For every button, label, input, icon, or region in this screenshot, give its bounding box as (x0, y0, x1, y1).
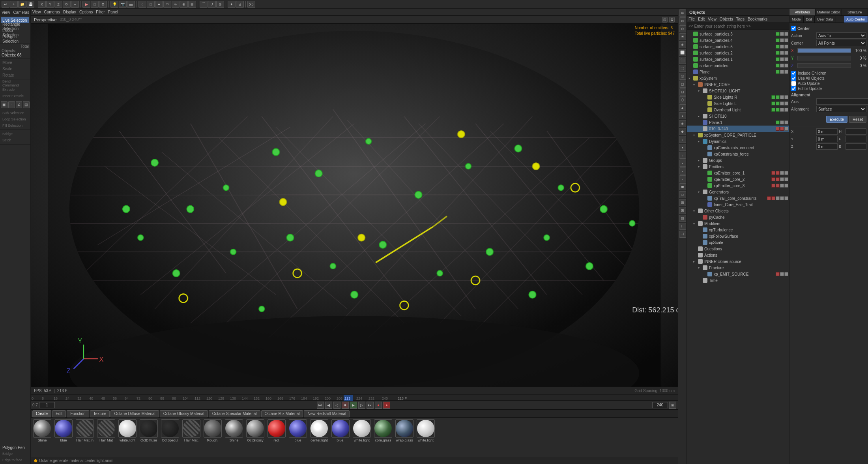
tree-right-icon-15-1[interactable] (780, 120, 784, 124)
tree-right-icon-11-3[interactable] (784, 95, 788, 99)
tab-material-editor[interactable]: Material Editor (816, 9, 842, 15)
vp-icon-11[interactable]: ⊟ (679, 88, 686, 96)
subtab-mode[interactable]: Mode (789, 16, 804, 23)
tree-right-icon-4-2[interactable] (784, 51, 788, 55)
checkbox-auto-update[interactable]: Auto Update (791, 81, 866, 86)
tree-arrow-8[interactable]: ▾ (688, 77, 692, 80)
tree-right-icon-23-0[interactable] (771, 171, 775, 175)
tree-item-37[interactable]: ▸INNER cloner source (687, 258, 789, 265)
tool-scale[interactable]: Scale (1, 66, 29, 72)
center-select[interactable]: All Points Bounding Box (816, 40, 866, 46)
tool-extrude2[interactable]: Extrude (1, 86, 29, 93)
tree-right-icon-7-0[interactable] (776, 70, 780, 74)
tree-right-icon-6-0[interactable] (776, 64, 780, 68)
axis-input[interactable] (816, 98, 868, 105)
obj-menu-file[interactable]: File (688, 17, 695, 21)
icon-model-mode[interactable]: ▣ (1, 101, 7, 108)
tree-right-icon-13-0[interactable] (771, 108, 775, 112)
vp-icon-10[interactable]: ◻ (679, 81, 686, 88)
tree-right-icon-24-1[interactable] (776, 177, 780, 181)
tree-item-8[interactable]: ▾xpSystem (687, 75, 789, 81)
checkbox-editor-update[interactable]: Editor Update (791, 86, 866, 91)
tree-right-icon-16-2[interactable] (784, 127, 788, 131)
tree-item-15[interactable]: Plane.1 (687, 119, 789, 126)
btn-emitter[interactable]: ✦ (228, 1, 236, 8)
btn-prev-frame[interactable]: ◀ (325, 402, 332, 409)
coord-x-input[interactable] (816, 128, 838, 135)
tree-item-7[interactable]: Plane (687, 69, 789, 75)
tree-item-36[interactable]: Actions (687, 252, 789, 258)
tool-fill-sel[interactable]: Fill Selection (1, 122, 29, 129)
btn-go-end[interactable]: ⏭ (367, 402, 374, 409)
tree-item-3[interactable]: surface_particles.5 (687, 43, 789, 50)
tool-inner-extrude[interactable]: Inner Extrude (1, 93, 29, 99)
tree-right-icon-11-0[interactable] (771, 95, 775, 99)
menu-view[interactable]: View (2, 10, 10, 15)
vp-icon-6[interactable]: ⬜ (679, 49, 686, 56)
tree-item-31[interactable]: ▾Modifiers (687, 220, 789, 227)
tree-right-icon-25-3[interactable] (784, 184, 788, 188)
coord-b-input[interactable] (846, 143, 867, 150)
tree-item-10[interactable]: ▾SHOT010_LIGHT (687, 88, 789, 94)
tree-right-icon-25-0[interactable] (771, 184, 775, 188)
toolbar-btn-open[interactable]: 📁 (18, 1, 26, 8)
tab-new-redshift[interactable]: New Redshift Material (304, 410, 350, 417)
btn-play[interactable]: ▶ (350, 402, 357, 409)
tree-right-icon-12-2[interactable] (780, 101, 784, 105)
btn-bend[interactable]: ⌒ (200, 1, 208, 8)
btn-record[interactable]: ● (375, 402, 382, 409)
vp-icon-13[interactable]: ▲ (679, 104, 686, 111)
x-slider[interactable] (797, 48, 851, 53)
tree-right-icon-1-2[interactable] (784, 32, 788, 36)
tree-item-40[interactable]: Time (687, 277, 789, 284)
btn-effector[interactable]: ⊗ (216, 1, 224, 8)
center-checkbox[interactable] (791, 26, 796, 31)
vp-icon-12[interactable]: ⬡ (679, 96, 686, 103)
btn-twist[interactable]: ↺ (208, 1, 216, 8)
tool-bend2[interactable]: Bend Command (1, 80, 29, 86)
vp-menu-view[interactable]: View (32, 10, 41, 14)
tree-right-icon-27-3[interactable] (780, 196, 784, 200)
vp-icon-27[interactable]: ⊡ (679, 215, 686, 222)
tool-polygon-selection[interactable]: Polygon Selection (1, 36, 29, 42)
vp-icon-21[interactable]: ⬪ (679, 167, 686, 175)
tree-right-icon-12-0[interactable] (771, 101, 775, 105)
btn-scale-x[interactable]: X (38, 1, 46, 8)
vp-icon-last[interactable]: ⊣ (679, 231, 686, 238)
tab-attributes[interactable]: Attributes (789, 9, 816, 15)
vp-icon-24[interactable]: ⬭ (679, 191, 686, 198)
sphere-viewport[interactable]: Dist: 562.215 cm X Y Z (31, 24, 678, 394)
z-slider[interactable] (797, 63, 851, 68)
tree-right-icon-27-4[interactable] (784, 196, 788, 200)
vp-menu-filter[interactable]: Filter (96, 10, 105, 14)
btn-viewport-settings[interactable]: ⚙ (669, 17, 675, 23)
tree-item-13[interactable]: Overhead Light (687, 107, 789, 113)
tree-right-icon-11-1[interactable] (776, 95, 780, 99)
material-item-14[interactable]: blue. (331, 419, 350, 442)
tool-move[interactable]: Move (1, 59, 29, 66)
btn-render-region[interactable]: □ (91, 1, 99, 8)
tree-item-19[interactable]: xpConstraints_connect (687, 145, 789, 151)
tree-item-17[interactable]: ▾xpSystem_CORE_PARTICLE (687, 132, 789, 138)
vp-menu-panel[interactable]: Panel (108, 10, 118, 14)
subtab-autocenter[interactable]: Auto Center (844, 16, 868, 23)
tree-arrow-21[interactable]: ▸ (698, 159, 702, 162)
tree-arrow-26[interactable]: ▾ (698, 190, 702, 194)
tree-item-12[interactable]: Side Lights L (687, 100, 789, 107)
tree-item-25[interactable]: xpEmitter_core_3 (687, 182, 789, 189)
material-item-5[interactable]: OctDiffuse (139, 419, 159, 442)
btn-light[interactable]: 💡 (110, 1, 118, 8)
tree-item-39[interactable]: xp_EMIT_SOURCE (687, 271, 789, 277)
tree-right-icon-39-1[interactable] (780, 272, 784, 276)
btn-viewport-maximize[interactable]: ⊡ (662, 17, 668, 23)
coord-p-input[interactable] (846, 136, 867, 142)
material-item-10[interactable]: OctGlossy (245, 419, 265, 442)
material-item-17[interactable]: wrap.glass (395, 419, 414, 442)
tool-bridge[interactable]: Bridge (1, 131, 29, 137)
tree-right-icon-25-1[interactable] (776, 184, 780, 188)
tree-right-icon-23-2[interactable] (780, 171, 784, 175)
tree-right-icon-2-1[interactable] (780, 38, 784, 42)
tree-item-16[interactable]: 010_0-240 (687, 126, 789, 132)
coord-z-input[interactable] (816, 143, 838, 150)
tree-arrow-38[interactable]: ▾ (698, 266, 702, 270)
